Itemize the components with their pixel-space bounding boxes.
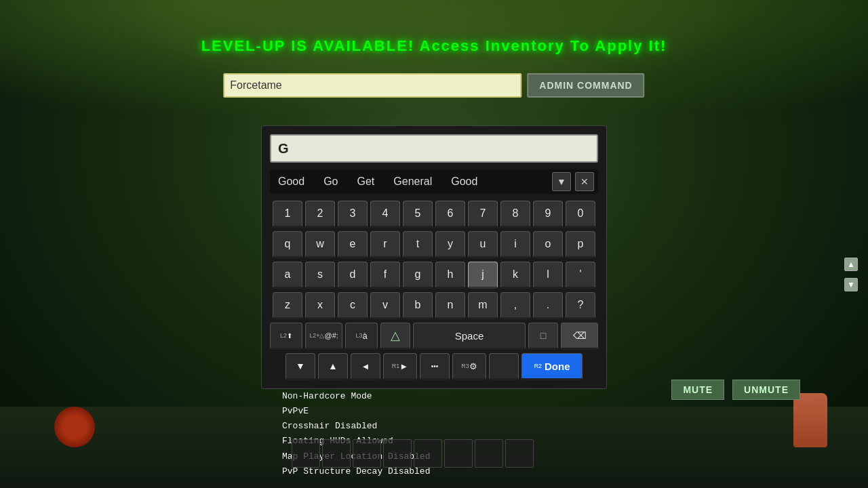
key-l2-symbols[interactable]: L2+△ @#: [305,323,342,350]
key-apostrophe[interactable]: ' [566,262,595,289]
nav-arrow-down[interactable]: ▼ [844,278,858,291]
gear-icon: ⚙ [469,361,477,371]
key-f[interactable]: f [370,262,400,289]
keyboard-panel: Good Go Get General Good ▼ ✕ 1 2 3 4 5 6… [261,125,607,389]
item-slot-6 [475,439,503,468]
key-rows: 1 2 3 4 5 6 7 8 9 0 q w e r t y u i o p … [270,201,598,380]
autocomplete-dropdown-button[interactable]: ▼ [552,172,571,191]
key-empty[interactable] [489,353,519,380]
key-8[interactable]: 8 [500,201,530,228]
levelup-banner: LEVEL-UP IS AVAILABLE! Access Inventory … [201,37,667,55]
r2-label: R2 [534,363,542,369]
key-r1-right[interactable]: R1 ► [383,353,417,380]
key-3[interactable]: 3 [338,201,368,228]
key-square[interactable]: □ [528,323,558,350]
key-up-arrow[interactable]: ▲ [318,353,348,380]
autocomplete-word-1[interactable]: Go [319,174,342,189]
key-d[interactable]: d [338,262,368,289]
item-slots [292,439,534,468]
key-down-arrow[interactable]: ▼ [285,353,315,380]
right-arrow: ► [399,361,408,371]
autocomplete-word-4[interactable]: Good [447,174,481,189]
zxcv-row: z x c v b n m , . ? [270,292,598,319]
key-g[interactable]: g [403,262,433,289]
number-row: 1 2 3 4 5 6 7 8 9 0 [270,201,598,228]
key-n[interactable]: n [435,292,465,319]
key-p[interactable]: p [566,231,595,258]
unmute-button[interactable]: UNMUTE [732,380,800,400]
autocomplete-word-2[interactable]: Get [353,174,378,189]
key-l2-shift[interactable]: L2 ⬆ [270,323,302,350]
admin-bar: ADMIN COMMAND [223,73,644,98]
key-o[interactable]: o [533,231,563,258]
key-4[interactable]: 4 [370,201,400,228]
admin-command-button[interactable]: ADMIN COMMAND [527,73,644,98]
item-slot-3 [383,439,412,468]
key-v[interactable]: v [370,292,400,319]
key-1[interactable]: 1 [273,201,302,228]
l2-icon: ⬆ [287,332,292,340]
key-space[interactable]: Space [413,323,526,350]
key-comma[interactable]: , [500,292,530,319]
keyboard-search-input[interactable] [270,134,598,163]
key-e[interactable]: e [338,231,368,258]
autocomplete-close-button[interactable]: ✕ [575,172,594,191]
nav-arrow-up[interactable]: ▲ [844,258,858,271]
server-info-line-3: PvPvE [282,404,430,419]
key-w[interactable]: w [305,231,335,258]
l3-label: L3 [355,332,362,339]
key-backspace[interactable]: ⌫ [561,323,598,350]
key-k[interactable]: k [500,262,530,289]
l2plus-symbols: @#: [324,331,338,340]
key-done[interactable]: R2 Done [521,353,583,380]
key-r[interactable]: r [370,231,400,258]
key-7[interactable]: 7 [468,201,498,228]
key-l[interactable]: l [533,262,563,289]
r1-label: R1 [392,363,400,369]
key-b[interactable]: b [403,292,433,319]
key-x[interactable]: x [305,292,335,319]
admin-command-input[interactable] [223,73,521,98]
key-left-arrow[interactable]: ◄ [351,353,380,380]
qwerty-row: q w e r t y u i o p [270,231,598,258]
key-a[interactable]: a [273,262,302,289]
key-5[interactable]: 5 [403,201,433,228]
autocomplete-controls: ▼ ✕ [552,172,594,191]
key-r3-gear[interactable]: R3 ⚙ [452,353,486,380]
key-9[interactable]: 9 [533,201,563,228]
key-period[interactable]: . [533,292,563,319]
l2-label: L2 [280,332,287,339]
key-question[interactable]: ? [566,292,595,319]
key-t[interactable]: t [403,231,433,258]
key-u[interactable]: u [468,231,498,258]
key-y[interactable]: y [435,231,465,258]
key-dots[interactable]: ••• [420,353,450,380]
autocomplete-words: Good Go Get General Good [274,174,481,189]
done-label: Done [545,361,570,372]
server-info-line-4: Crosshair Disabled [282,419,430,434]
asdf-row: a s d f g h j k l ' [270,262,598,289]
key-m[interactable]: m [468,292,498,319]
r3-label: R3 [461,363,469,369]
l3-val: à [362,331,367,341]
key-q[interactable]: q [273,231,302,258]
key-s[interactable]: s [305,262,335,289]
mute-button[interactable]: MUTE [671,380,724,400]
key-0[interactable]: 0 [566,201,595,228]
key-z[interactable]: z [273,292,302,319]
autocomplete-word-0[interactable]: Good [274,174,309,189]
item-slot-5 [444,439,473,468]
item-slot-2 [353,439,381,468]
key-h[interactable]: h [435,262,465,289]
autocomplete-word-3[interactable]: General [389,174,436,189]
key-j[interactable]: j [468,262,498,289]
key-l3-accent[interactable]: L3 à [345,323,378,350]
key-i[interactable]: i [500,231,530,258]
key-2[interactable]: 2 [305,201,335,228]
mute-bar: MUTE UNMUTE [671,380,800,400]
l2plus-label: L2+△ [309,332,324,339]
item-slot-7 [505,439,534,468]
key-c[interactable]: c [338,292,368,319]
key-triangle[interactable]: △ [380,323,410,350]
key-6[interactable]: 6 [435,201,465,228]
